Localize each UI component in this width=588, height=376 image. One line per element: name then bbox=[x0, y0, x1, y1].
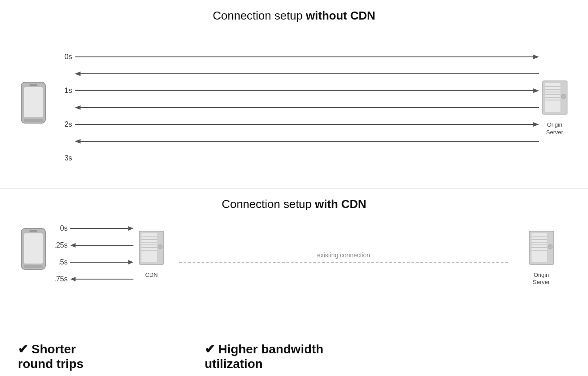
time-0s: 0s bbox=[58, 53, 75, 61]
svg-rect-26 bbox=[24, 233, 43, 264]
dotted-conn: existing connection bbox=[179, 252, 526, 263]
bottom-diagram: 0s .25s bbox=[18, 220, 570, 337]
svg-rect-3 bbox=[24, 119, 43, 122]
svg-rect-1 bbox=[24, 87, 43, 117]
svg-marker-34 bbox=[128, 260, 133, 264]
bottom-arrow-row-1: .5s bbox=[53, 254, 133, 271]
svg-marker-9 bbox=[533, 88, 539, 93]
svg-marker-11 bbox=[75, 105, 81, 110]
arrow-row-2: 2s bbox=[58, 116, 539, 133]
top-title: Connection setup without CDN bbox=[213, 9, 375, 23]
bottom-time-25s: .25s bbox=[53, 241, 70, 249]
bottom-time-75s: .75s bbox=[53, 275, 70, 283]
svg-marker-5 bbox=[533, 55, 539, 59]
top-diagram: 0s 1s bbox=[18, 32, 570, 184]
svg-rect-28 bbox=[24, 265, 43, 268]
arrow-row-1: 1s bbox=[58, 82, 539, 99]
origin-server-bottom: OriginServer bbox=[526, 229, 557, 287]
existing-conn-group: existing connection bbox=[166, 220, 570, 287]
bottom-arrow-left-0 bbox=[70, 237, 133, 254]
svg-point-45 bbox=[158, 244, 162, 249]
benefit-bandwidth: ✔ Higher bandwidthutilization bbox=[205, 342, 570, 372]
benefit-shorter-text: ✔ Shorterround trips bbox=[18, 342, 205, 372]
arrow-row-return-1 bbox=[58, 99, 539, 116]
arrow-left-2 bbox=[75, 133, 539, 150]
svg-rect-27 bbox=[29, 230, 37, 232]
top-title-bold: without CDN bbox=[306, 9, 375, 22]
svg-point-54 bbox=[548, 244, 552, 249]
bottom-arrow-left-1 bbox=[70, 271, 133, 288]
arrow-right-1 bbox=[75, 82, 539, 99]
arrow-left-0 bbox=[75, 65, 539, 82]
origin-server-top: OriginServer bbox=[539, 79, 570, 136]
phone-icon-top bbox=[18, 80, 49, 135]
svg-point-24 bbox=[561, 94, 566, 99]
bottom-title-bold: with CDN bbox=[315, 197, 366, 211]
time-2s: 2s bbox=[58, 120, 75, 128]
phone-icon-bottom bbox=[18, 226, 49, 281]
svg-marker-36 bbox=[70, 277, 76, 281]
benefit-bandwidth-text: ✔ Higher bandwidthutilization bbox=[205, 342, 570, 372]
bottom-arrow-row-0: 0s bbox=[53, 220, 133, 237]
bottom-title: Connection setup with CDN bbox=[222, 197, 366, 211]
dotted-line bbox=[179, 262, 508, 263]
arrow-right-2 bbox=[75, 116, 539, 133]
existing-label: existing connection bbox=[317, 252, 370, 259]
arrow-none-3 bbox=[75, 150, 539, 167]
arrow-row-return-2 bbox=[58, 133, 539, 150]
top-title-normal: Connection setup bbox=[213, 9, 306, 22]
svg-marker-30 bbox=[128, 226, 133, 231]
arrow-row-0: 0s bbox=[58, 48, 539, 65]
bottom-title-normal: Connection setup bbox=[222, 197, 315, 211]
bottom-arrow-right-0 bbox=[70, 220, 133, 237]
bottom-section: Connection setup with CDN 0s bbox=[0, 188, 588, 376]
svg-marker-13 bbox=[533, 122, 539, 127]
bottom-arrow-right-1 bbox=[70, 254, 133, 271]
time-3s: 3s bbox=[58, 154, 75, 162]
arrow-row-return-0 bbox=[58, 65, 539, 82]
arrow-left-1 bbox=[75, 99, 539, 116]
top-arrows: 0s 1s bbox=[58, 48, 539, 167]
arrow-right-0 bbox=[75, 48, 539, 65]
svg-marker-15 bbox=[75, 139, 81, 144]
bottom-time-0s: 0s bbox=[53, 224, 70, 232]
origin-server-label-top: OriginServer bbox=[546, 121, 563, 136]
svg-marker-7 bbox=[75, 72, 81, 76]
cdn-label: CDN bbox=[145, 272, 157, 278]
existing-conn-row: existing connection bbox=[179, 220, 557, 287]
time-1s: 1s bbox=[58, 87, 75, 95]
top-section: Connection setup without CDN 0s bbox=[0, 0, 588, 188]
bottom-short-arrows: 0s .25s bbox=[53, 220, 133, 288]
bottom-time-5s: .5s bbox=[53, 258, 70, 266]
svg-marker-32 bbox=[70, 243, 76, 248]
origin-server-label-bottom: OriginServer bbox=[533, 272, 550, 287]
arrow-row-3: 3s bbox=[58, 150, 539, 167]
phone-cdn-group: 0s .25s bbox=[18, 220, 166, 288]
svg-rect-2 bbox=[29, 84, 37, 86]
benefit-shorter: ✔ Shorterround trips bbox=[18, 342, 205, 372]
bottom-arrow-row-return-1: .75s bbox=[53, 271, 133, 288]
cdn-server: CDN bbox=[137, 229, 166, 278]
benefit-area: ✔ Shorterround trips ✔ Higher bandwidthu… bbox=[18, 337, 570, 372]
bottom-arrow-row-return-0: .25s bbox=[53, 237, 133, 254]
